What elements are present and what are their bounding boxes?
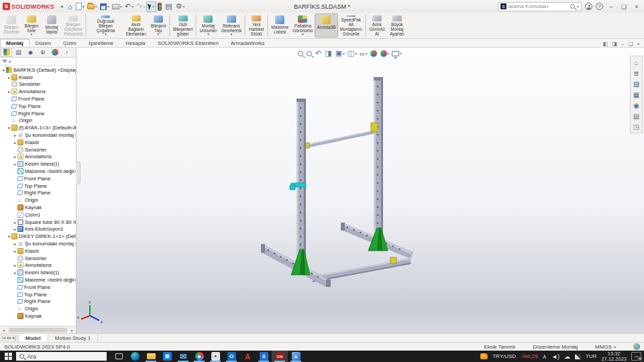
filter-icon[interactable] [2,60,7,63]
open-icon[interactable]: ▾ [86,1,99,12]
photos-icon[interactable]: ▲ [288,351,304,362]
undo-icon[interactable]: ↶ ▾ [123,1,135,12]
tree-expand-icon[interactable]: ▸ [13,133,17,137]
command-tab[interactable]: SOLIDWORKS Eklentileri [152,39,225,47]
tree-expand-icon[interactable]: ▸ [13,162,17,166]
scroll-right-icon[interactable]: ▸ [68,328,76,333]
custom-properties-icon[interactable]: ▤ [631,111,641,121]
tree-expand-icon[interactable]: ▸ [13,154,17,159]
command-tab[interactable]: Çizim [57,39,83,47]
tab-nav-icon[interactable]: ▸| [12,335,15,341]
file-explorer-icon[interactable] [143,351,159,362]
volume-icon[interactable]: ◄) [551,353,559,360]
3d-app-icon[interactable]: 3 [256,351,272,362]
bill-of-materials-button[interactable]: Malzeme Listesi [269,13,290,38]
tab-nav-icon[interactable]: ◂ [6,335,9,341]
mate-button[interactable]: Montaj İlişkisi [42,13,62,38]
update-speedpak-button[interactable]: SpeedPak Alt Montajlarını Güncelle [338,13,364,38]
tree-item[interactable]: Right Plane [0,298,76,306]
file-properties-icon[interactable]: ▤ [164,1,174,12]
tree-item[interactable]: ▾ DİKEY DİREK-1<1> (Default<A [0,233,76,240]
help-icon[interactable]: ? [596,3,603,10]
task-view-icon[interactable] [111,351,127,362]
tree-expand-icon[interactable]: ▸ [13,140,17,145]
tree-item[interactable]: ▸ Kesim listesi(1) [0,160,76,168]
tree-expand-icon[interactable]: ▸ [13,270,17,275]
appearances-scenes-icon[interactable]: ◉ [631,101,641,110]
command-tab[interactable]: Montaj [0,39,30,47]
start-button[interactable] [0,351,16,362]
autocad-icon[interactable]: A [239,351,256,362]
tray-expand-icon[interactable]: ∧ [543,353,547,360]
network-icon[interactable] [575,354,581,359]
tree-item[interactable]: ▸ Kes-Ekstrüzyon1 [0,226,76,233]
model-plate-right[interactable] [371,123,378,132]
window-restore-button[interactable]: ❏ [619,3,629,10]
tree-item[interactable]: ▾ BARFİKS (Default) <Display State-1 [0,66,76,74]
reference-geometry-button[interactable]: Referans Geometrisi ▾ [219,13,244,38]
tree-item[interactable]: Sensörler [0,81,76,88]
currency-widget-icon[interactable] [480,353,488,359]
edge-icon[interactable] [127,351,143,362]
tree-item[interactable]: Sensörler [0,255,76,262]
tree-expand-icon[interactable]: ▸ [13,220,17,225]
tree-horizontal-scrollbar[interactable]: ◂ ▸ [0,326,76,333]
scroll-thumb[interactable] [9,328,67,333]
tree-item[interactable]: Top Plane [0,103,76,110]
tree-item[interactable]: Front Plane [0,284,76,291]
propertymanager-tab[interactable]: ▤ [13,48,24,57]
currency-pair[interactable]: TRY/USD [492,353,516,359]
tree-item[interactable]: Çizim1 [0,211,76,219]
home-icon[interactable]: ⌂ [66,1,74,12]
view-palette-icon[interactable]: ▦ [631,90,641,99]
ribbon-separator[interactable] [244,15,246,36]
sheet-tab[interactable]: Model [19,334,48,342]
tree-filter-row[interactable]: ▾ [0,58,76,66]
tree-expand-icon[interactable]: ▸ [13,241,17,246]
show-hidden-components-button[interactable]: Gizli Bileşenleri göster [171,13,195,38]
tree-item[interactable]: Malzeme <belirli değil> [0,276,76,284]
edit-component-button[interactable]: Bileşen Düzenle [1,13,21,38]
tree-item[interactable]: Top Plane [0,291,76,298]
snip-sketch-icon[interactable]: + [207,351,223,362]
chrome-icon[interactable] [191,351,207,362]
scroll-left-icon[interactable]: ◂ [0,328,7,333]
tree-item[interactable]: Malzeme <belirli değil> [0,168,76,175]
large-assembly-settings-button[interactable]: Büyük Montaj Ayarları [387,13,407,38]
model-crossbar[interactable] [304,123,378,148]
tree-item[interactable]: Kaynak [0,204,76,211]
search-icon[interactable] [570,4,575,9]
insert-component-button[interactable]: Bileşen Ekle ▾ [21,13,42,38]
tree-item[interactable]: ▸ Square tube 80 X 80 X 5(1) [0,219,76,226]
new-motion-study-button[interactable]: Yeni Hareket Etüdü [246,13,266,38]
doc-minimize-icon[interactable]: – [621,41,624,47]
forum-icon[interactable]: ◳ [631,122,641,131]
doc-restore-icon[interactable]: ❏ [628,41,633,47]
window-close-button[interactable]: × [632,3,641,10]
displaymanager-tab[interactable] [49,48,60,57]
sheet-tab[interactable]: Motion Study 1 [48,334,98,342]
doc-close-icon[interactable]: × [637,41,640,47]
tree-expand-icon[interactable]: ▾ [7,234,11,239]
tree-item[interactable]: ▸ Annotations [0,154,76,161]
model-cross-member[interactable] [313,257,411,282]
tree-expand-icon[interactable]: ▸ [13,227,17,231]
panel-splitter-handle[interactable] [76,162,80,184]
move-component-button[interactable]: Bileşeni Taşı ▾ [148,13,168,38]
tree-scroll-up-icon[interactable]: ⌃ [70,66,76,70]
tab-nav-icon[interactable]: ▸ [9,335,12,341]
tree-expand-icon[interactable]: ▸ [7,89,11,94]
command-tab[interactable]: Düzen [30,39,57,47]
tab-overflow[interactable]: › [61,48,72,57]
solidworks-icon[interactable]: SW [272,351,288,362]
tree-expand-icon[interactable]: ▸ [13,263,17,267]
tree-item[interactable]: ▾ (f) AYAK-1<3> (Default<As Ma [0,124,76,131]
configurationmanager-tab[interactable]: ◆ [25,48,36,57]
tree-item[interactable]: Origin [0,117,76,125]
pane-right-icon[interactable]: ◨ [612,41,617,47]
tree-item[interactable]: Right Plane [0,190,76,197]
model-right-post[interactable] [374,77,383,249]
tree-item[interactable]: Kaynak [0,312,76,320]
model-squat-rack[interactable]: y x z [76,48,644,333]
tree-item[interactable]: ▸ Klasör [0,139,76,146]
